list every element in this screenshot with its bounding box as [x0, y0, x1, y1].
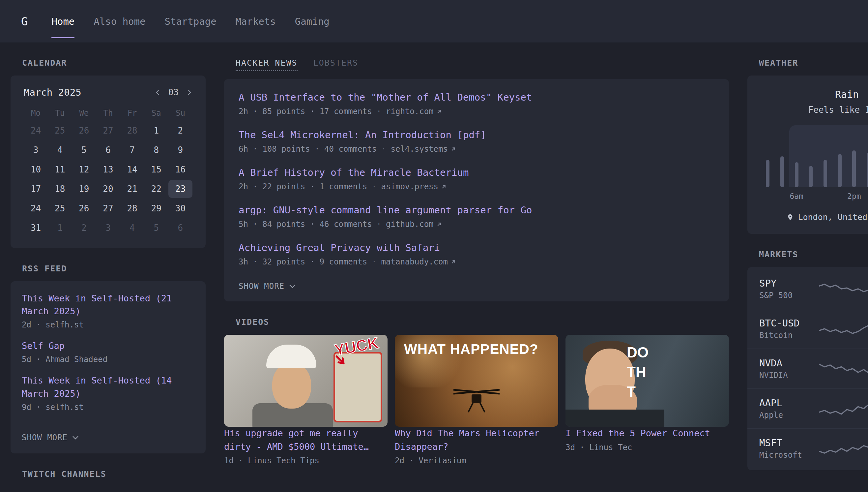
- calendar-day[interactable]: 1: [144, 122, 168, 140]
- weekday-label: We: [72, 108, 96, 118]
- news-meta-text: 2h · 22 points · 1 comments: [239, 182, 367, 191]
- news-item-title[interactable]: Achieving Great Privacy with Safari: [239, 242, 714, 253]
- video-thumbnail[interactable]: DO TH T: [565, 335, 729, 427]
- meta-separator: ·: [377, 220, 381, 229]
- video-title[interactable]: His upgrade got me really dirty - AMD $5…: [224, 428, 369, 452]
- market-row[interactable]: MSFT Microsoft +1.14% $391.26: [747, 428, 868, 468]
- calendar-day[interactable]: 15: [144, 161, 168, 178]
- news-meta-text: 6h · 108 points · 40 comments: [239, 144, 377, 154]
- app-logo[interactable]: G: [21, 15, 28, 28]
- calendar-day[interactable]: 13: [96, 161, 120, 178]
- video-title[interactable]: Why Did The Mars Helicopter Disappear?: [395, 428, 540, 452]
- rss-show-more-button[interactable]: SHOW MORE: [22, 433, 79, 442]
- market-sparkline: [817, 320, 868, 338]
- market-symbol-block: AAPL Apple: [759, 397, 817, 420]
- news-source-link[interactable]: github.com: [386, 220, 442, 229]
- tab-lobsters[interactable]: LOBSTERS: [313, 58, 358, 68]
- calendar-day[interactable]: 25: [48, 199, 72, 217]
- calendar-day[interactable]: 26: [72, 122, 96, 140]
- calendar-day[interactable]: 19: [72, 180, 96, 198]
- calendar-day[interactable]: 26: [72, 199, 96, 217]
- video-thumbnail[interactable]: YUCK: [224, 335, 388, 427]
- calendar-day[interactable]: 16: [168, 161, 192, 178]
- calendar-next-icon[interactable]: [186, 89, 192, 96]
- market-row[interactable]: AAPL Apple +1.95% $218.27: [747, 389, 868, 428]
- market-sparkline: [817, 360, 868, 378]
- news-item-title[interactable]: A Brief History of the Miracle Bacterium: [239, 167, 714, 178]
- calendar-day[interactable]: 3: [24, 141, 48, 159]
- rss-item-title[interactable]: This Week in Self-Hosted (21 March 2025): [22, 292, 194, 318]
- calendar-day[interactable]: 21: [120, 180, 144, 198]
- calendar-month-label: March 2025: [24, 87, 81, 98]
- rss-item-title[interactable]: This Week in Self-Hosted (14 March 2025): [22, 374, 194, 400]
- calendar-day[interactable]: 22: [144, 180, 168, 198]
- news-item-meta: 3h · 32 points · 9 comments · matanabudy…: [239, 257, 714, 267]
- calendar-day[interactable]: 6: [168, 219, 192, 237]
- calendar-day[interactable]: 27: [96, 122, 120, 140]
- calendar-weekday-row: Mo Tu We Th Fr Sa Su: [24, 108, 192, 118]
- weather-section-title: WEATHER: [747, 58, 868, 68]
- calendar-day[interactable]: 12: [72, 161, 96, 178]
- calendar-day[interactable]: 9: [168, 141, 192, 159]
- market-row[interactable]: SPY S&P 500 -0.27% $563.98: [747, 269, 868, 309]
- calendar-day[interactable]: 24: [24, 122, 48, 140]
- nav-item-markets[interactable]: Markets: [236, 16, 276, 27]
- calendar-day[interactable]: 2: [72, 219, 96, 237]
- nav-item-home[interactable]: Home: [51, 16, 75, 27]
- calendar-day[interactable]: 6: [96, 141, 120, 159]
- calendar-day[interactable]: 17: [24, 180, 48, 198]
- market-row[interactable]: NVDA NVIDIA -0.70% $117.70: [747, 348, 868, 389]
- calendar-day[interactable]: 28: [120, 122, 144, 140]
- news-source-link[interactable]: righto.com: [386, 107, 442, 116]
- nav-item-startpage[interactable]: Startpage: [164, 16, 216, 27]
- calendar-day[interactable]: 8: [144, 141, 168, 159]
- news-item: The SeL4 Microkernel: An Introduction [p…: [239, 129, 714, 154]
- calendar-day[interactable]: 25: [48, 122, 72, 140]
- news-item-title[interactable]: The SeL4 Microkernel: An Introduction [p…: [239, 129, 714, 141]
- thumb-overlay-text: WHAT HAPPENED?: [404, 341, 538, 357]
- videos-row: YUCK His upgrade got me really dirty - A…: [224, 335, 729, 465]
- news-item-title[interactable]: argp: GNU-style command line argument pa…: [239, 204, 714, 216]
- meta-separator: ·: [372, 257, 376, 267]
- calendar-day[interactable]: 7: [120, 141, 144, 159]
- news-source-link[interactable]: sel4.systems: [391, 144, 456, 154]
- videos-section-title: VIDEOS: [224, 317, 729, 327]
- rss-item-meta: 9d · selfh.st: [22, 403, 194, 412]
- news-source-link[interactable]: asimov.press: [381, 182, 447, 191]
- rss-item-title[interactable]: Self Gap: [22, 339, 194, 352]
- calendar-day[interactable]: 20: [96, 180, 120, 198]
- calendar-day[interactable]: 3: [96, 219, 120, 237]
- market-row[interactable]: BTC-USD Bitcoin +1.39% $84,999.29: [747, 309, 868, 348]
- calendar-day[interactable]: 2: [168, 122, 192, 140]
- news-source-link[interactable]: matanabudy.com: [381, 257, 456, 267]
- mars-helicopter-shape: [448, 383, 504, 414]
- calendar-day[interactable]: 27: [96, 199, 120, 217]
- calendar-day[interactable]: 5: [144, 219, 168, 237]
- calendar-day-selected[interactable]: 23: [168, 180, 192, 198]
- video-title[interactable]: I Fixed the 5 Power Connect: [565, 428, 710, 438]
- news-source-text: sel4.systems: [391, 144, 448, 154]
- nav-item-also-home[interactable]: Also home: [94, 16, 145, 27]
- tab-hacker-news[interactable]: HACKER NEWS: [236, 58, 297, 71]
- calendar-day[interactable]: 1: [48, 219, 72, 237]
- calendar-day[interactable]: 11: [48, 161, 72, 178]
- calendar-day[interactable]: 4: [48, 141, 72, 159]
- show-more-label: SHOW MORE: [239, 281, 284, 291]
- calendar-day[interactable]: 4: [120, 219, 144, 237]
- calendar-prev-icon[interactable]: [155, 89, 161, 96]
- news-item-title[interactable]: A USB Interface to the "Mother of All De…: [239, 92, 714, 103]
- calendar-day[interactable]: 18: [48, 180, 72, 198]
- video-thumbnail[interactable]: WHAT HAPPENED?: [395, 335, 558, 427]
- external-link-icon: [450, 259, 456, 265]
- calendar-day[interactable]: 10: [24, 161, 48, 178]
- calendar-day[interactable]: 28: [120, 199, 144, 217]
- nav-item-gaming[interactable]: Gaming: [295, 16, 330, 27]
- calendar-day[interactable]: 29: [144, 199, 168, 217]
- calendar-day[interactable]: 14: [120, 161, 144, 178]
- calendar-day[interactable]: 31: [24, 219, 48, 237]
- calendar-day[interactable]: 30: [168, 199, 192, 217]
- news-source-text: righto.com: [386, 107, 434, 116]
- calendar-day[interactable]: 24: [24, 199, 48, 217]
- news-show-more-button[interactable]: SHOW MORE: [239, 281, 296, 291]
- calendar-day[interactable]: 5: [72, 141, 96, 159]
